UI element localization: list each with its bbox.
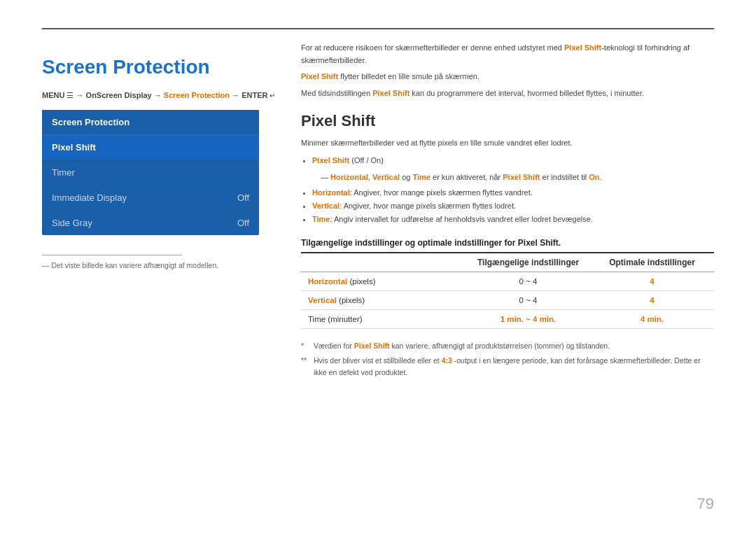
intro-text-1: For at reducere risikoen for skærmefterb… (301, 42, 714, 66)
menu-item-timer[interactable]: Timer (42, 160, 259, 185)
right-panel: For at reducere risikoen for skærmefterb… (301, 42, 714, 381)
row-horizontal-optimal: 4 (590, 272, 714, 291)
left-footnote: — Det viste billede kan variere afhængig… (42, 261, 280, 269)
table-section: Tilgængelige indstillinger og optimale i… (301, 238, 714, 329)
table-row: Horizontal (pixels) 0 ~ 4 4 (301, 272, 714, 291)
row-horizontal-label: Horizontal (pixels) (301, 272, 466, 291)
row-vertical-label: Vertical (pixels) (301, 291, 466, 310)
row-time-range: 1 min. ~ 4 min. (466, 310, 590, 329)
footnote-separator (42, 255, 182, 255)
menu-box: Screen Protection Pixel Shift Timer Imme… (42, 110, 259, 235)
intro-text-2: Pixel Shift flytter billedet en lille sm… (301, 71, 714, 83)
enter-icon: ↵ (270, 92, 275, 99)
section-title: Pixel Shift (301, 112, 714, 130)
left-panel: Screen Protection MENU ☰ → OnScreen Disp… (42, 42, 280, 269)
bullet-time: Time: Angiv intervallet for udførelse af… (312, 213, 714, 226)
pixel-table: Tilgængelige indstillinger Optimale inds… (301, 252, 714, 329)
footnote-1-text: Værdien for Pixel Shift kan variere, afh… (314, 340, 610, 352)
table-row: Time (minutter) 1 min. ~ 4 min. 4 min. (301, 310, 714, 329)
footnote-1: * Værdien for Pixel Shift kan variere, a… (301, 340, 714, 352)
bullet-list-1: Pixel Shift (Off / On) (312, 154, 714, 167)
col-header-label (301, 253, 466, 272)
row-vertical-range: 0 ~ 4 (466, 291, 590, 310)
page-number: 79 (697, 495, 714, 513)
sub-note: Horizontal, Vertical og Time er kun akti… (321, 171, 714, 184)
col-header-optimal: Optimale indstillinger (590, 253, 714, 272)
top-divider (42, 28, 714, 29)
table-header-text: Tilgængelige indstillinger og optimale i… (301, 238, 714, 248)
page-title: Screen Protection (42, 56, 280, 78)
col-header-available: Tilgængelige indstillinger (466, 253, 590, 272)
menu-icon: ☰ (66, 91, 74, 99)
section-desc: Minimer skærmefterbilleder ved at flytte… (301, 137, 714, 150)
footnote-star-2: ** (301, 355, 311, 379)
menu-item-side-gray[interactable]: Side Gray Off (42, 211, 259, 235)
menu-box-title: Screen Protection (42, 110, 259, 135)
footnote-2-text: Hvis der bliver vist et stillbillede ell… (314, 355, 714, 379)
breadcrumb-menu-label: MENU ☰ → OnScreen Display → Screen Prote… (42, 91, 275, 99)
footnote-2: ** Hvis der bliver vist et stillbillede … (301, 355, 714, 379)
intro-text-3: Med tidsindstillingen Pixel Shift kan du… (301, 87, 714, 100)
sub-note-text: Horizontal, Vertical og Time er kun akti… (330, 173, 601, 181)
menu-item-pixel-shift[interactable]: Pixel Shift (42, 135, 259, 160)
footnote-star-1: * (301, 340, 311, 352)
row-vertical-optimal: 4 (590, 291, 714, 310)
table-row: Vertical (pixels) 0 ~ 4 4 (301, 291, 714, 310)
row-horizontal-range: 0 ~ 4 (466, 272, 590, 291)
bullet-vertical: Vertical: Angiver, hvor mange pixels skæ… (312, 199, 714, 213)
row-time-label: Time (minutter) (301, 310, 466, 329)
bullet-pixel-shift: Pixel Shift (Off / On) (312, 154, 714, 167)
menu-item-immediate-display[interactable]: Immediate Display Off (42, 185, 259, 211)
breadcrumb: MENU ☰ → OnScreen Display → Screen Prote… (42, 91, 280, 100)
bullet-horizontal: Horizontal: Angiver, hvor mange pixels s… (312, 186, 714, 199)
row-time-optimal: 4 min. (590, 310, 714, 329)
bottom-footnotes: * Værdien for Pixel Shift kan variere, a… (301, 340, 714, 378)
bullet-list-2: Horizontal: Angiver, hvor mange pixels s… (312, 186, 714, 225)
